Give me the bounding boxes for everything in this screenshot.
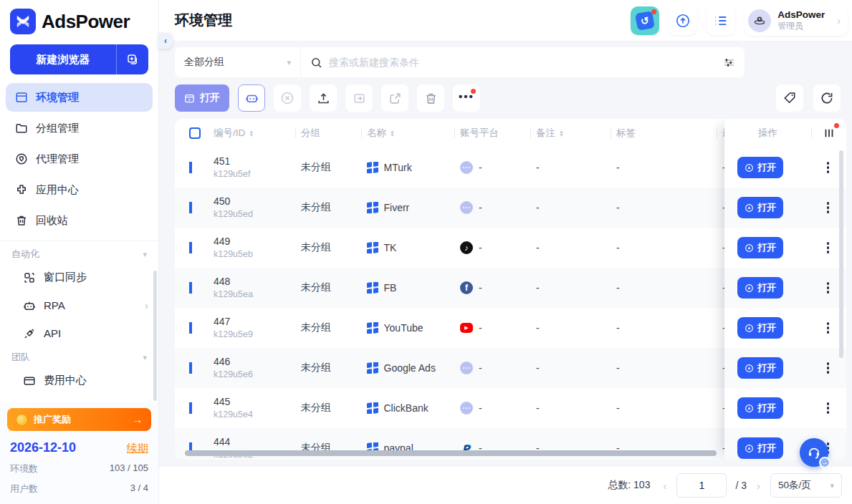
sidebar-item-proxy[interactable]: 代理管理 [6, 145, 153, 173]
sort-icon[interactable]: ▲▼ [559, 130, 564, 137]
sidebar-item-recycle[interactable]: 回收站 [6, 206, 153, 235]
quick-launch-button[interactable]: ↺ [631, 6, 659, 35]
sync-update-icon [675, 13, 691, 29]
row-more-menu[interactable] [824, 279, 833, 296]
column-header-tag[interactable]: 标签 [611, 119, 717, 147]
sidebar-item-api[interactable]: API [0, 319, 158, 347]
batch-create-icon[interactable] [117, 44, 148, 74]
batch-open-button[interactable]: 打开 [175, 84, 229, 112]
row-open-button[interactable]: 打开 [737, 397, 783, 419]
task-list-button[interactable] [707, 6, 735, 35]
search-icon [310, 57, 322, 69]
row-open-button[interactable]: 打开 [737, 157, 783, 178]
row-open-button[interactable]: 打开 [737, 277, 783, 299]
section-team[interactable]: 团队 ▾ [0, 347, 158, 367]
delete-button[interactable] [417, 84, 444, 112]
browser-globe-icon [745, 404, 754, 413]
row-open-button[interactable]: 打开 [737, 197, 783, 218]
group-filter-select[interactable]: 全部分组 ▾ [175, 47, 301, 77]
column-header-name[interactable]: 名称▲▼ [361, 119, 454, 147]
row-more-menu[interactable] [824, 239, 833, 256]
share-export-button[interactable] [381, 84, 408, 112]
row-more-menu[interactable] [824, 399, 833, 417]
row-open-button[interactable]: 打开 [737, 437, 783, 459]
promo-panel: 推广奖励 → 2026-12-10 续期 环境数 103 / 105 用户数 3… [0, 402, 158, 504]
batch-toolbar: 打开 ••• [175, 84, 846, 112]
search-input[interactable] [329, 57, 717, 68]
row-more-menu[interactable] [824, 359, 833, 377]
sidebar-item-groups[interactable]: 分组管理 [6, 114, 153, 142]
section-automation[interactable]: 自动化 ▾ [0, 244, 158, 263]
user-profile-menu[interactable]: AdsPower 管理员 › [745, 6, 848, 36]
sort-icon[interactable]: ▲▼ [249, 130, 254, 137]
horizontal-scrollbar[interactable] [185, 450, 717, 456]
row-checkbox[interactable] [189, 362, 192, 374]
new-browser-label[interactable]: 新建浏览器 [10, 44, 117, 74]
refresh-icon [820, 91, 834, 105]
row-number: 451 [214, 155, 295, 168]
sidebar-scrollbar[interactable] [153, 271, 157, 401]
sidebar-item-rpa[interactable]: RPA › [0, 291, 158, 319]
row-number: 444 [214, 435, 295, 449]
row-name: ClickBank [384, 402, 429, 414]
row-open-button[interactable]: 打开 [737, 357, 783, 379]
user-name: AdsPower [777, 9, 825, 21]
windows-os-icon [367, 322, 378, 334]
tag-manage-button[interactable] [776, 84, 803, 112]
close-browser-button[interactable] [274, 84, 301, 112]
platform-icon: ··· [460, 402, 473, 415]
page-input[interactable] [676, 473, 727, 498]
column-settings-button[interactable] [812, 127, 846, 140]
sidebar-collapse-button[interactable]: ‹ [158, 33, 173, 49]
row-more-menu[interactable] [824, 199, 833, 216]
support-button[interactable]: → [800, 438, 828, 467]
sidebar-item-billing[interactable]: 费用中心 [0, 367, 158, 394]
row-id: k129u5ed [214, 208, 295, 220]
page-total: / 3 [735, 480, 747, 491]
select-all-checkbox[interactable] [189, 127, 201, 139]
column-header-note[interactable]: 备注▲▼ [530, 119, 611, 147]
chevron-down-icon[interactable]: ▾ [143, 353, 147, 362]
refresh-button[interactable] [813, 84, 841, 112]
sidebar-item-environment[interactable]: 环境管理 [6, 83, 153, 112]
column-header-platform[interactable]: 账号平台 [454, 119, 530, 147]
more-actions-button[interactable]: ••• [453, 84, 480, 112]
renew-link[interactable]: 续期 [127, 442, 148, 455]
page-size-select[interactable]: 50条/页 ▾ [770, 473, 842, 498]
row-open-button[interactable]: 打开 [737, 237, 783, 258]
row-more-menu[interactable] [824, 159, 833, 176]
row-checkbox[interactable] [189, 322, 192, 334]
rpa-run-button[interactable] [238, 84, 265, 112]
puzzle-icon [15, 183, 28, 196]
row-checkbox[interactable] [189, 162, 192, 173]
vertical-scrollbar[interactable] [839, 150, 843, 358]
upload-button[interactable] [310, 84, 337, 112]
sidebar-item-window-sync[interactable]: 窗口同步 [0, 263, 158, 291]
update-button[interactable] [669, 6, 697, 35]
row-more-menu[interactable] [824, 319, 833, 336]
windows-os-icon [367, 282, 378, 294]
row-checkbox[interactable] [189, 242, 192, 253]
row-checkbox[interactable] [189, 202, 192, 213]
browser-globe-icon [745, 324, 754, 333]
sort-icon[interactable]: ▲▼ [390, 130, 395, 137]
prev-page-button[interactable]: ‹ [661, 480, 668, 492]
row-checkbox[interactable] [189, 282, 192, 294]
row-tag: - [611, 322, 717, 334]
chevron-down-icon[interactable]: ▾ [143, 250, 147, 259]
headset-icon [807, 445, 821, 460]
column-header-group[interactable]: 分组 [295, 119, 361, 147]
sidebar-item-label: API [44, 327, 61, 339]
brand-logo: AdsPower [0, 0, 158, 39]
filter-sliders-icon[interactable] [723, 57, 735, 69]
next-page-button[interactable]: › [755, 480, 762, 492]
new-browser-button[interactable]: 新建浏览器 [10, 44, 148, 74]
row-open-button[interactable]: 打开 [737, 317, 783, 339]
promo-banner-button[interactable]: 推广奖励 → [7, 408, 151, 431]
column-header-id[interactable]: 编号/ID▲▼ [208, 119, 295, 147]
sidebar-item-apps[interactable]: 应用中心 [6, 175, 153, 204]
folder-icon [15, 122, 28, 135]
transfer-in-button[interactable] [345, 84, 373, 112]
row-number: 448 [214, 275, 295, 289]
row-checkbox[interactable] [189, 402, 192, 414]
